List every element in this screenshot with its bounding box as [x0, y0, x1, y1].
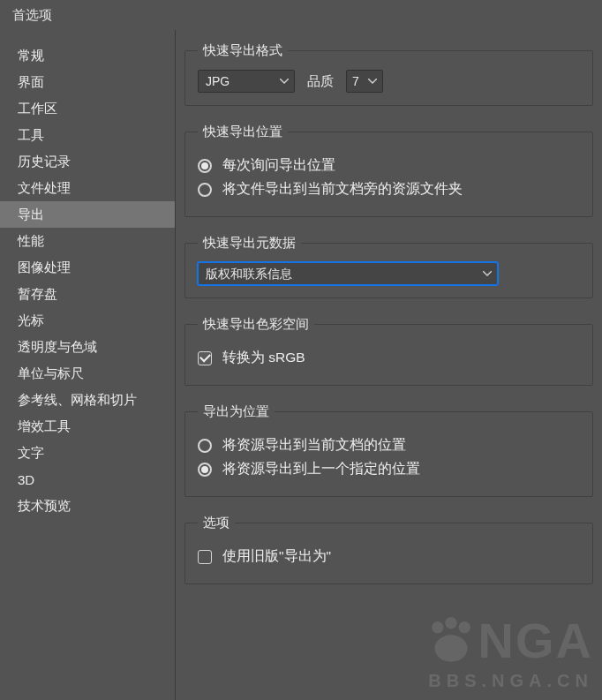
dialog-body: 常规 界面 工作区 工具 历史记录 文件处理 导出 性能 图像处理 暂存盘 光标… [0, 30, 602, 700]
radio-export-to-assets-folder[interactable]: 将文件导出到当前文档旁的资源文件夹 [198, 180, 580, 199]
watermark-text: NGA [478, 616, 593, 666]
sidebar-item-tools[interactable]: 工具 [0, 122, 175, 148]
sidebar-item-label: 图像处理 [18, 260, 71, 276]
sidebar-item-transparency[interactable]: 透明度与色域 [0, 334, 175, 360]
sidebar-item-interface[interactable]: 界面 [0, 69, 175, 95]
sidebar-item-tech-preview[interactable]: 技术预览 [0, 493, 175, 519]
sidebar-item-scratch-disks[interactable]: 暂存盘 [0, 281, 175, 307]
radio-label: 每次询问导出位置 [222, 156, 335, 175]
sidebar-item-label: 文字 [18, 445, 44, 462]
preferences-sidebar: 常规 界面 工作区 工具 历史记录 文件处理 导出 性能 图像处理 暂存盘 光标… [0, 30, 176, 700]
group-quick-export-metadata: 快速导出元数据 版权和联系信息 [184, 235, 593, 298]
radio-label: 将文件导出到当前文档旁的资源文件夹 [222, 180, 463, 199]
radio-export-to-last-location[interactable]: 将资源导出到上一个指定的位置 [198, 460, 580, 478]
group-options: 选项 使用旧版"导出为" [184, 515, 593, 584]
checkbox-icon [198, 351, 212, 365]
sidebar-item-label: 历史记录 [18, 154, 71, 170]
file-format-select[interactable]: JPG [198, 70, 295, 93]
sidebar-item-label: 工作区 [18, 101, 57, 117]
group-legend: 导出为位置 [198, 403, 275, 420]
sidebar-item-image-processing[interactable]: 图像处理 [0, 254, 175, 281]
sidebar-item-general[interactable]: 常规 [0, 42, 175, 69]
radio-icon [198, 183, 212, 197]
sidebar-item-3d[interactable]: 3D [0, 466, 175, 493]
sidebar-item-label: 暂存盘 [18, 286, 57, 303]
radio-icon [198, 159, 212, 173]
quality-select[interactable]: 7 [346, 70, 383, 93]
sidebar-item-history[interactable]: 历史记录 [0, 148, 175, 175]
watermark-url: BBS.NGA.CN [427, 671, 593, 691]
group-legend: 快速导出格式 [198, 42, 288, 59]
window-titlebar: 首选项 [0, 0, 602, 30]
group-legend: 快速导出元数据 [198, 235, 301, 252]
sidebar-item-type[interactable]: 文字 [0, 440, 175, 466]
sidebar-item-label: 3D [18, 472, 34, 487]
sidebar-item-label: 工具 [18, 127, 44, 144]
sidebar-item-performance[interactable]: 性能 [0, 228, 175, 254]
sidebar-item-label: 参考线、网格和切片 [18, 392, 137, 409]
sidebar-item-label: 导出 [18, 207, 44, 223]
svg-point-0 [432, 621, 444, 634]
quality-label: 品质 [307, 73, 334, 90]
checkbox-icon [198, 550, 212, 564]
sidebar-item-plugins[interactable]: 增效工具 [0, 413, 175, 440]
radio-icon [198, 439, 212, 453]
window-title: 首选项 [12, 7, 52, 24]
checkbox-label: 使用旧版"导出为" [222, 547, 331, 566]
preferences-panel-export: 快速导出格式 JPG 品质 7 快速导出位置 每次询问导出位置 将文件导出到当前… [176, 30, 602, 700]
sidebar-item-workspace[interactable]: 工作区 [0, 95, 175, 122]
radio-ask-each-time[interactable]: 每次询问导出位置 [198, 156, 580, 175]
svg-point-3 [434, 635, 467, 661]
sidebar-item-label: 光标 [18, 312, 44, 329]
sidebar-item-units[interactable]: 单位与标尺 [0, 360, 175, 387]
checkbox-use-legacy-export-as[interactable]: 使用旧版"导出为" [198, 547, 580, 566]
group-export-as-location: 导出为位置 将资源导出到当前文档的位置 将资源导出到上一个指定的位置 [184, 403, 593, 497]
group-quick-export-format: 快速导出格式 JPG 品质 7 [184, 42, 593, 106]
sidebar-item-export[interactable]: 导出 [0, 201, 175, 228]
sidebar-item-label: 技术预览 [18, 498, 71, 515]
group-legend: 快速导出位置 [198, 124, 288, 140]
sidebar-item-label: 增效工具 [18, 418, 71, 435]
group-legend: 快速导出色彩空间 [198, 316, 314, 333]
radio-label: 将资源导出到上一个指定的位置 [222, 460, 420, 478]
sidebar-item-label: 常规 [18, 48, 44, 64]
sidebar-item-label: 性能 [18, 233, 44, 250]
watermark: NGA BBS.NGA.CN [427, 616, 593, 691]
group-legend: 选项 [198, 515, 235, 531]
svg-point-2 [458, 621, 470, 634]
svg-point-1 [445, 617, 457, 629]
checkbox-convert-srgb[interactable]: 转换为 sRGB [198, 349, 580, 367]
sidebar-item-guides[interactable]: 参考线、网格和切片 [0, 387, 175, 413]
sidebar-item-label: 文件处理 [18, 180, 71, 197]
group-quick-export-location: 快速导出位置 每次询问导出位置 将文件导出到当前文档旁的资源文件夹 [184, 124, 593, 217]
radio-export-to-doc-location[interactable]: 将资源导出到当前文档的位置 [198, 436, 580, 455]
radio-label: 将资源导出到当前文档的位置 [222, 436, 406, 455]
sidebar-item-cursors[interactable]: 光标 [0, 307, 175, 334]
radio-icon [198, 463, 212, 477]
bear-paw-icon [427, 617, 475, 665]
sidebar-item-file-handling[interactable]: 文件处理 [0, 175, 175, 201]
group-quick-export-colorspace: 快速导出色彩空间 转换为 sRGB [184, 316, 593, 386]
checkbox-label: 转换为 sRGB [222, 349, 305, 367]
sidebar-item-label: 单位与标尺 [18, 365, 84, 382]
metadata-select[interactable]: 版权和联系信息 [198, 262, 498, 285]
sidebar-item-label: 透明度与色域 [18, 339, 97, 356]
sidebar-item-label: 界面 [18, 74, 44, 91]
